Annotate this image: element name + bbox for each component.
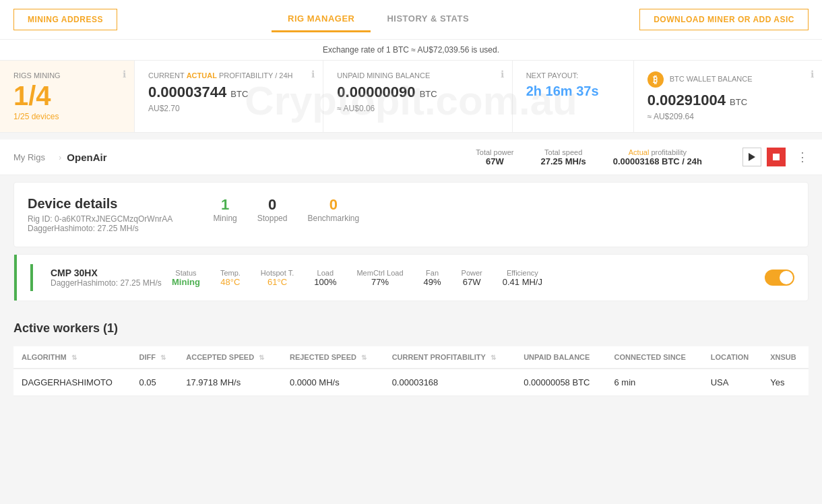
next-payout-card: NEXT PAYOUT: 2h 16m 37s xyxy=(513,61,634,132)
more-options-button[interactable]: ⋮ xyxy=(796,150,809,164)
rig-controls: ⋮ xyxy=(742,148,809,166)
gpu-hotspot: Hotspot T. 61°C xyxy=(261,269,294,287)
device-details-header: Device details Rig ID: 0-a6K0TRxJNEGCMzq… xyxy=(28,196,794,233)
device-rig-id: Rig ID: 0-a6K0TRxJNEGCMzqOrWnrAA xyxy=(28,214,172,224)
table-header-row: ALGORITHM ⇅ DIFF ⇅ ACCEPTED SPEED ⇅ REJE… xyxy=(13,346,809,369)
toggle-knob xyxy=(780,271,793,284)
td-location: USA xyxy=(703,369,763,396)
svg-rect-1 xyxy=(773,154,780,160)
td-current_profitability: 0.00003168 xyxy=(384,369,516,396)
exchange-rate: Exchange rate of 1 BTC ≈ AU$72,039.56 is… xyxy=(0,40,822,61)
tab-rig-manager[interactable]: RIG MANAGER xyxy=(272,7,371,32)
profitability-sub: AU$2.70 xyxy=(148,104,309,113)
td-xnsub: Yes xyxy=(762,369,809,396)
btc-icon: ₿ xyxy=(647,71,664,88)
btc-value: 0.00291004 BTC xyxy=(647,92,809,109)
active-workers-title: Active workers (1) xyxy=(13,321,809,336)
workers-tbody: DAGGERHASHIMOTO0.0517.9718 MH/s0.0000 MH… xyxy=(13,369,809,396)
profitability-value: 0.00003744 BTC xyxy=(148,84,309,101)
table-header: ALGORITHM ⇅ DIFF ⇅ ACCEPTED SPEED ⇅ REJE… xyxy=(13,346,809,369)
sort-icon-rejected[interactable]: ⇅ xyxy=(361,354,367,361)
gpu-name: CMP 30HX DaggerHashimoto: 27.25 MH/s xyxy=(51,267,172,288)
sort-icon-accepted[interactable]: ⇅ xyxy=(259,354,264,361)
stopped-count: 0 Stopped xyxy=(257,196,288,223)
gpu-status-bar xyxy=(30,264,33,291)
rigs-mining-card: RIGS MINING 1/4 1/25 devices ℹ xyxy=(0,61,135,132)
nav-tabs: RIG MANAGER HISTORY & STATS xyxy=(272,7,485,32)
gpu-fields: Status Mining Temp. 48°C Hotspot T. 61°C… xyxy=(172,269,751,287)
gpu-load: Load 100% xyxy=(314,269,336,287)
device-details-section: Device details Rig ID: 0-a6K0TRxJNEGCMzq… xyxy=(13,182,809,247)
th-accepted-speed: ACCEPTED SPEED ⇅ xyxy=(178,346,282,369)
workers-table: ALGORITHM ⇅ DIFF ⇅ ACCEPTED SPEED ⇅ REJE… xyxy=(13,346,809,396)
play-button[interactable] xyxy=(742,148,761,166)
unpaid-value: 0.00000090 BTC xyxy=(337,84,498,101)
rig-name: OpenAir xyxy=(67,152,134,163)
gpu-row-container: CMP 30HX DaggerHashimoto: 27.25 MH/s Sta… xyxy=(13,254,809,301)
profitability-label: CURRENT ACTUAL PROFITABILITY / 24H xyxy=(148,71,309,80)
td-connected_since: 6 min xyxy=(606,369,703,396)
td-accepted_speed: 17.9718 MH/s xyxy=(178,369,282,396)
th-unpaid-balance: UNPAID BALANCE xyxy=(515,346,606,369)
sort-icon-algorithm[interactable]: ⇅ xyxy=(71,354,77,361)
rig-manager-section: My Rigs › OpenAir Total power 67W Total … xyxy=(0,139,822,175)
rig-row: My Rigs › OpenAir Total power 67W Total … xyxy=(0,139,822,175)
td-unpaid_balance: 0.00000058 BTC xyxy=(515,369,606,396)
btc-sub: ≈ AU$209.64 xyxy=(647,112,809,121)
profitability-card: CURRENT ACTUAL PROFITABILITY / 24H 0.000… xyxy=(135,61,323,132)
unpaid-label: UNPAID MINING BALANCE xyxy=(337,71,498,80)
stats-row: RIGS MINING 1/4 1/25 devices ℹ CURRENT A… xyxy=(0,61,822,133)
unpaid-sub: ≈ AU$0.06 xyxy=(337,104,498,113)
sort-icon-diff[interactable]: ⇅ xyxy=(160,354,166,361)
breadcrumb-separator: › xyxy=(59,152,61,162)
top-nav: MINING ADDRESS RIG MANAGER HISTORY & STA… xyxy=(0,0,822,40)
btc-wallet-card: ₿ BTC WALLET BALANCE 0.00291004 BTC ≈ AU… xyxy=(634,61,822,132)
mining-address-button[interactable]: MINING ADDRESS xyxy=(13,9,117,30)
th-connected-since: CONNECTED SINCE xyxy=(606,346,703,369)
info-icon-unpaid[interactable]: ℹ xyxy=(501,69,504,80)
td-algorithm: DAGGERHASHIMOTO xyxy=(13,369,131,396)
th-xnsub: XNSUB xyxy=(762,346,809,369)
mining-count: 1 Mining xyxy=(213,196,236,223)
device-hashrate: DaggerHashimoto: 27.25 MH/s xyxy=(28,224,172,233)
device-info: Device details Rig ID: 0-a6K0TRxJNEGCMzq… xyxy=(28,196,172,233)
gpu-power: Power 67W xyxy=(462,269,482,287)
gpu-row: CMP 30HX DaggerHashimoto: 27.25 MH/s Sta… xyxy=(14,255,808,301)
gpu-efficiency: Efficiency 0.41 MH/J xyxy=(503,269,542,287)
gpu-status: Status Mining xyxy=(172,269,200,287)
th-current-profitability: CURRENT PROFITABILITY ⇅ xyxy=(384,346,516,369)
info-icon-profitability[interactable]: ℹ xyxy=(311,69,315,80)
info-icon-btc[interactable]: ℹ xyxy=(811,69,814,80)
btc-wallet-label: ₿ BTC WALLET BALANCE xyxy=(647,71,809,88)
th-algorithm: ALGORITHM ⇅ xyxy=(13,346,131,369)
tab-history-stats[interactable]: HISTORY & STATS xyxy=(371,7,485,32)
sort-icon-profitability[interactable]: ⇅ xyxy=(491,354,496,361)
stop-button[interactable] xyxy=(767,148,786,166)
svg-marker-0 xyxy=(749,153,755,161)
benchmarking-count: 0 Benchmarking xyxy=(307,196,359,223)
stats-row-wrapper: RIGS MINING 1/4 1/25 devices ℹ CURRENT A… xyxy=(0,61,822,139)
rig-stats: Total power 67W Total speed 27.25 MH/s A… xyxy=(476,148,809,166)
active-workers-section: Active workers (1) ALGORITHM ⇅ DIFF ⇅ AC… xyxy=(0,308,822,410)
td-rejected_speed: 0.0000 MH/s xyxy=(282,369,384,396)
th-rejected-speed: REJECTED SPEED ⇅ xyxy=(282,346,384,369)
info-icon-rigs[interactable]: ℹ xyxy=(123,69,126,80)
next-payout-value: 2h 16m 37s xyxy=(526,84,620,99)
gpu-indicator xyxy=(30,264,44,291)
rigs-mining-label: RIGS MINING xyxy=(13,71,121,80)
gpu-fan: Fan 49% xyxy=(424,269,441,287)
rig-breadcrumb: My Rigs xyxy=(13,152,45,162)
rig-total-power: Total power 67W xyxy=(476,148,513,166)
td-diff: 0.05 xyxy=(131,369,178,396)
gpu-memctrl: MemCtrl Load 77% xyxy=(356,269,403,287)
download-miner-button[interactable]: DOWNLOAD MINER OR ADD ASIC xyxy=(639,9,809,30)
th-location: LOCATION xyxy=(703,346,763,369)
devices-label: 1/25 devices xyxy=(13,112,121,121)
gpu-toggle[interactable] xyxy=(765,270,794,286)
th-diff: DIFF ⇅ xyxy=(131,346,178,369)
unpaid-balance-card: UNPAID MINING BALANCE 0.00000090 BTC ≈ A… xyxy=(323,61,512,132)
table-row: DAGGERHASHIMOTO0.0517.9718 MH/s0.0000 MH… xyxy=(13,369,809,396)
rigs-mining-count: 1/4 xyxy=(13,82,121,109)
rig-total-speed: Total speed 27.25 MH/s xyxy=(541,148,586,166)
device-status-counts: 1 Mining 0 Stopped 0 Benchmarking xyxy=(213,196,359,223)
